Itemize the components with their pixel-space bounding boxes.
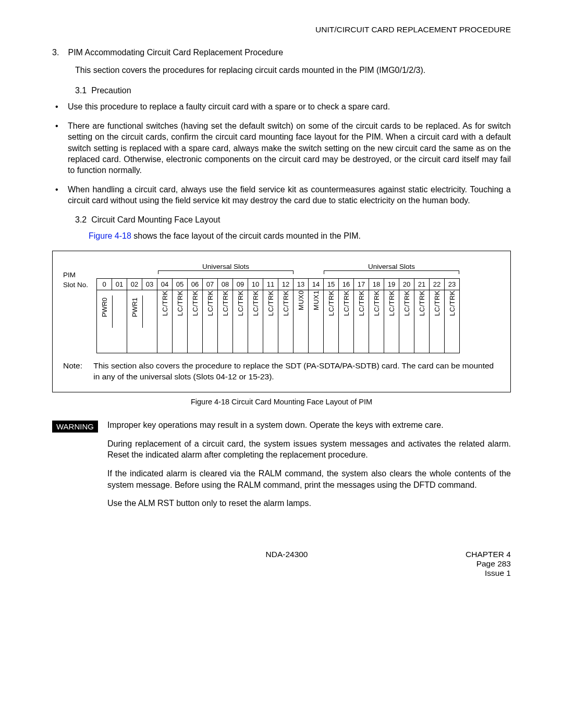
footer-doc-number: NDA-24300 (52, 550, 427, 578)
section-number-3: 3. (52, 48, 66, 57)
note-text: This section also covers the procedure t… (93, 361, 496, 382)
slot-num: 13 (293, 279, 309, 290)
slot-num: 02 (127, 279, 142, 290)
footer-issue: Issue 1 (427, 569, 511, 578)
footer-chapter: CHAPTER 4 (427, 550, 511, 559)
warning-p4: Use the ALM RST button only to reset the… (107, 498, 511, 509)
card-lctrk: LC/TRK (237, 290, 244, 320)
card-lctrk: LC/TRK (222, 290, 229, 320)
card-lctrk: LC/TRK (388, 290, 396, 320)
slot-no-label: Slot No. (63, 281, 96, 289)
warning-p3: If the indicated alarm is cleared via th… (107, 468, 511, 490)
card-pwr0: PWR0 (101, 298, 108, 317)
section-number-3-1: 3.1 (75, 86, 87, 95)
slot-num: 14 (309, 279, 324, 290)
figref-tail-text: shows the face layout of the circuit car… (133, 231, 361, 240)
slot-num: 16 (339, 279, 354, 290)
card-pwr1: PWR1 (131, 298, 139, 317)
slot-num: 01 (112, 279, 127, 290)
bullet-item: When handling a circuit card, always use… (52, 184, 511, 206)
pim-label: PIM (63, 271, 96, 279)
card-lctrk: LC/TRK (373, 290, 381, 320)
slot-num: 07 (203, 279, 218, 290)
card-lctrk: LC/TRK (206, 290, 214, 320)
slot-num: 21 (414, 279, 430, 290)
section-title-3-1: Precaution (91, 86, 131, 95)
slot-num: 12 (278, 279, 293, 290)
slot-num: 10 (248, 279, 263, 290)
card-lctrk: LC/TRK (176, 290, 184, 320)
card-lctrk: LC/TRK (418, 290, 426, 320)
universal-slots-label-left: Universal Slots (158, 263, 293, 270)
card-lctrk: LC/TRK (448, 290, 456, 320)
card-mux1: MUX1 (312, 290, 320, 314)
slot-num: 06 (188, 279, 203, 290)
slot-num: 17 (354, 279, 369, 290)
card-lctrk: LC/TRK (252, 290, 260, 320)
slot-num: 0 (97, 279, 112, 290)
slot-num: 08 (218, 279, 233, 290)
warning-p2: During replacement of a circuit card, th… (107, 438, 511, 461)
section-number-3-2: 3.2 (75, 215, 87, 224)
section3-intro: This section covers the procedures for r… (75, 65, 511, 76)
card-lctrk: LC/TRK (327, 290, 335, 320)
card-lctrk: LC/TRK (342, 290, 350, 320)
slot-num: 19 (384, 279, 399, 290)
warning-text-block: Improper key operations may result in a … (107, 419, 511, 516)
card-lctrk: LC/TRK (282, 290, 290, 320)
figure-caption: Figure 4-18 Circuit Card Mounting Face L… (52, 398, 511, 406)
card-lctrk: LC/TRK (358, 290, 365, 320)
warning-p1: Improper key operations may result in a … (107, 419, 511, 431)
slot-num: 18 (369, 279, 384, 290)
card-lctrk: LC/TRK (191, 290, 199, 320)
slot-num: 11 (263, 279, 278, 290)
section-title-3-2: Circuit Card Mounting Face Layout (91, 215, 220, 224)
bullet-item: There are functional switches (having se… (52, 120, 511, 176)
slot-num: 20 (399, 279, 414, 290)
slot-num: 09 (233, 279, 248, 290)
slot-num: 04 (157, 279, 173, 290)
card-lctrk: LC/TRK (267, 290, 275, 320)
slot-num: 03 (142, 279, 157, 290)
slot-num: 05 (173, 279, 188, 290)
section-title-3: PIM Accommodating Circuit Card Replaceme… (68, 48, 283, 57)
card-mux0: MUX0 (297, 290, 305, 314)
card-lctrk: LC/TRK (403, 290, 411, 320)
slot-num: 23 (445, 279, 460, 290)
universal-slots-label-right: Universal Slots (324, 263, 459, 270)
card-lctrk: LC/TRK (161, 290, 169, 320)
footer-page: Page 283 (427, 559, 511, 569)
page-header: UNIT/CIRCUIT CARD REPLACEMENT PROCEDURE (52, 25, 511, 34)
figure-reference-link[interactable]: Figure 4-18 (89, 231, 133, 240)
precaution-bullet-list: Use this procedure to replace a faulty c… (52, 101, 511, 206)
figure-4-18-diagram: PIM Slot No. Universal Slots Universal S… (52, 251, 511, 392)
warning-badge: WARNING (52, 421, 98, 433)
note-label: Note: (63, 361, 91, 372)
card-lctrk: LC/TRK (433, 290, 441, 320)
slot-table: 0 01 02 03 04 05 06 07 08 09 10 11 12 13 (96, 278, 460, 353)
slot-num: 15 (324, 279, 339, 290)
slot-num: 22 (430, 279, 445, 290)
bullet-item: Use this procedure to replace a faulty c… (52, 101, 511, 112)
